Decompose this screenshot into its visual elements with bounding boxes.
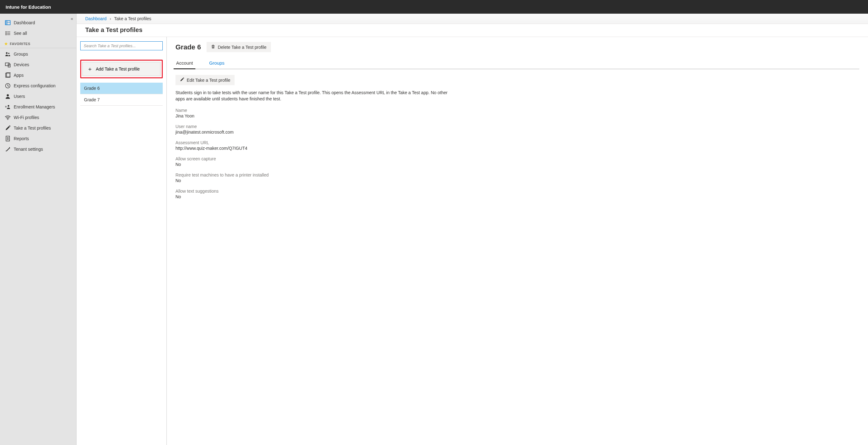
sidebar-item-label: Users — [14, 94, 25, 99]
enroll-icon: + — [5, 104, 10, 110]
add-button-highlight: ＋ Add Take a Test profile — [80, 60, 163, 78]
field-assessment-url: Assessment URL http://www.quiz-maker.com… — [176, 140, 859, 151]
report-icon — [5, 136, 10, 141]
breadcrumb-root-link[interactable]: Dashboard — [85, 16, 107, 21]
svg-point-11 — [8, 53, 9, 54]
detail-tabs: Account Groups — [176, 59, 859, 69]
svg-point-6 — [6, 34, 6, 35]
svg-point-10 — [6, 52, 7, 54]
clock-icon — [5, 83, 10, 89]
wifi-icon — [5, 115, 10, 120]
sidebar-item-wifi-profiles[interactable]: Wi-Fi profiles — [0, 112, 76, 123]
add-take-a-test-profile-button[interactable]: ＋ Add Take a Test profile — [83, 62, 160, 76]
app-title: Intune for Education — [6, 4, 51, 10]
tab-groups[interactable]: Groups — [209, 59, 225, 69]
sidebar-item-label: Groups — [14, 52, 28, 57]
sidebar-item-label: Enrollment Managers — [14, 104, 55, 109]
dashboard-icon — [5, 20, 10, 26]
tools-icon — [5, 146, 10, 152]
field-allow-text-suggestions: Allow text suggestions No — [176, 189, 859, 199]
sidebar-item-label: See all — [14, 31, 27, 36]
svg-text:+: + — [5, 105, 7, 108]
sidebar-item-dashboard[interactable]: Dashboard — [0, 18, 76, 28]
field-value: jina@jinatest.onmicrosoft.com — [176, 130, 859, 135]
profile-item[interactable]: Grade 7 — [80, 94, 163, 106]
profile-detail-pane: Grade 6 Delete Take a Test profile Accou… — [167, 37, 868, 445]
breadcrumb: Dashboard › Take a Test profiles — [76, 14, 868, 24]
field-value: No — [176, 194, 859, 199]
field-name: Name Jina Yoon — [176, 108, 859, 118]
sidebar-item-label: Devices — [14, 62, 29, 67]
edit-button-label: Edit Take a Test profile — [187, 78, 230, 83]
breadcrumb-current: Take a Test profiles — [114, 16, 152, 21]
field-label: User name — [176, 124, 859, 129]
list-icon — [5, 30, 10, 36]
sidebar-item-see-all[interactable]: See all — [0, 28, 76, 38]
field-value: Jina Yoon — [176, 113, 859, 118]
profile-description: Students sign in to take tests with the … — [176, 90, 449, 102]
svg-rect-12 — [5, 63, 9, 66]
sidebar-item-apps[interactable]: Apps — [0, 70, 76, 80]
profile-list-pane: ＋ Add Take a Test profile Grade 6 Grade … — [76, 37, 167, 445]
field-require-printer: Require test machines to have a printer … — [176, 172, 859, 183]
field-label: Assessment URL — [176, 140, 859, 145]
favorites-header: ★ FAVORITES — [0, 38, 76, 48]
field-value: No — [176, 178, 859, 183]
profile-item-label: Grade 6 — [84, 86, 100, 91]
sidebar-item-reports[interactable]: Reports — [0, 133, 76, 144]
star-icon: ★ — [4, 42, 8, 46]
delete-profile-button[interactable]: Delete Take a Test profile — [207, 42, 271, 52]
devices-icon — [5, 62, 10, 67]
sidebar-item-label: Reports — [14, 136, 29, 141]
profile-item-label: Grade 7 — [84, 97, 100, 102]
sidebar-item-take-a-test[interactable]: Take a Test profiles — [0, 123, 76, 133]
field-allow-screen-capture: Allow screen capture No — [176, 156, 859, 167]
field-value: http://www.quiz-maker.com/Q7IGUT4 — [176, 146, 859, 151]
edit-profile-button[interactable]: Edit Take a Test profile — [176, 75, 235, 85]
profile-list: Grade 6 Grade 7 — [80, 83, 163, 106]
field-value: No — [176, 162, 859, 167]
sidebar-item-label: Express configuration — [14, 83, 56, 88]
tab-account[interactable]: Account — [176, 59, 193, 69]
sidebar-item-label: Tenant settings — [14, 147, 43, 152]
trash-icon — [211, 44, 215, 50]
svg-point-17 — [7, 94, 9, 96]
svg-rect-1 — [5, 21, 7, 25]
pencil-icon — [180, 77, 184, 83]
field-label: Allow text suggestions — [176, 189, 859, 194]
sidebar-item-tenant-settings[interactable]: Tenant settings — [0, 144, 76, 155]
detail-title: Grade 6 — [176, 43, 201, 51]
sidebar-item-devices[interactable]: Devices — [0, 59, 76, 70]
sidebar-item-label: Apps — [14, 73, 24, 78]
svg-point-5 — [6, 33, 6, 34]
field-username: User name jina@jinatest.onmicrosoft.com — [176, 124, 859, 135]
sidebar-item-groups[interactable]: Groups — [0, 49, 76, 59]
svg-point-19 — [8, 105, 9, 107]
field-label: Require test machines to have a printer … — [176, 172, 859, 177]
sidebar-item-enrollment-managers[interactable]: + Enrollment Managers — [0, 102, 76, 112]
sidebar-item-label: Take a Test profiles — [14, 126, 51, 131]
sidebar: « Dashboard See all ★ FAVORITES — [0, 14, 76, 445]
user-icon — [5, 94, 10, 99]
pencil-icon — [5, 125, 10, 131]
groups-icon — [5, 51, 10, 57]
search-input[interactable] — [80, 41, 163, 50]
field-label: Name — [176, 108, 859, 113]
collapse-sidebar-button[interactable]: « — [71, 16, 73, 21]
sidebar-item-label: Wi-Fi profiles — [14, 115, 39, 120]
field-label: Allow screen capture — [176, 156, 859, 161]
page-title: Take a Test profiles — [76, 24, 868, 37]
plus-icon: ＋ — [87, 65, 93, 73]
sidebar-item-label: Dashboard — [14, 20, 35, 25]
sidebar-item-express-config[interactable]: Express configuration — [0, 80, 76, 91]
svg-point-4 — [6, 31, 6, 32]
svg-rect-14 — [6, 73, 10, 77]
app-header: Intune for Education — [0, 0, 868, 14]
breadcrumb-separator: › — [110, 16, 111, 21]
apps-icon — [5, 72, 10, 78]
svg-point-20 — [7, 119, 8, 120]
add-button-label: Add Take a Test profile — [96, 67, 140, 71]
profile-item[interactable]: Grade 6 — [80, 83, 163, 94]
delete-button-label: Delete Take a Test profile — [218, 45, 267, 50]
sidebar-item-users[interactable]: Users — [0, 91, 76, 102]
